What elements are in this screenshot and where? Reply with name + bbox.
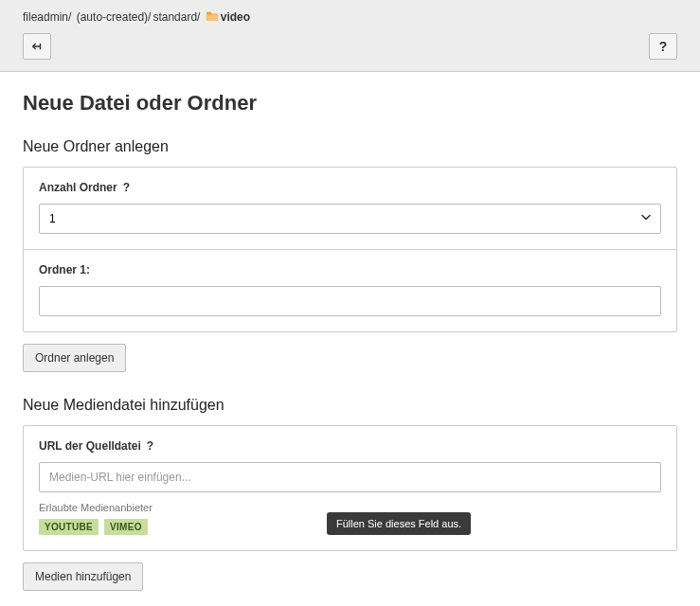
provider-badge: VIMEO bbox=[104, 519, 148, 535]
folder-name-label: Ordner 1: bbox=[39, 263, 90, 276]
provider-badges: YOUTUBE VIMEO Füllen Sie dieses Feld aus… bbox=[39, 519, 661, 535]
panel-folders: Anzahl Ordner ? 1 Ordner 1: bbox=[23, 167, 677, 332]
create-folder-button[interactable]: Ordner anlegen bbox=[23, 344, 126, 372]
section-title-media: Neue Mediendatei hinzufügen bbox=[23, 397, 677, 414]
section-title-folders: Neue Ordner anlegen bbox=[23, 138, 677, 155]
breadcrumb-seg[interactable]: (auto-created)/ bbox=[77, 10, 152, 24]
media-url-input[interactable] bbox=[39, 462, 661, 492]
help-icon[interactable]: ? bbox=[147, 439, 153, 453]
topbar: fileadmin/ (auto-created)/ standard/ vid… bbox=[0, 0, 700, 72]
help-button[interactable]: ? bbox=[649, 33, 677, 60]
validation-tooltip: Füllen Sie dieses Feld aus. bbox=[327, 512, 471, 535]
breadcrumb-seg[interactable]: standard/ bbox=[153, 10, 203, 24]
help-icon: ? bbox=[659, 39, 668, 54]
panel-media: URL der Quelldatei ? Erlaubte Medienanbi… bbox=[23, 425, 677, 551]
folder-icon bbox=[206, 9, 219, 24]
content: Neue Datei oder Ordner Neue Ordner anleg… bbox=[0, 72, 700, 606]
folder-name-input[interactable] bbox=[39, 286, 661, 316]
provider-badge: YOUTUBE bbox=[39, 519, 99, 535]
folder-count-label: Anzahl Ordner bbox=[39, 181, 117, 194]
folder-count-select[interactable]: 1 bbox=[39, 204, 661, 234]
breadcrumb-seg[interactable]: fileadmin/ bbox=[23, 10, 75, 24]
back-button[interactable] bbox=[23, 33, 51, 60]
help-icon[interactable]: ? bbox=[123, 181, 130, 194]
page-title: Neue Datei oder Ordner bbox=[23, 91, 677, 116]
breadcrumb: fileadmin/ (auto-created)/ standard/ vid… bbox=[23, 9, 677, 24]
breadcrumb-current: video bbox=[221, 10, 250, 24]
media-url-label: URL der Quelldatei bbox=[39, 439, 141, 453]
add-media-button[interactable]: Medien hinzufügen bbox=[23, 562, 143, 591]
